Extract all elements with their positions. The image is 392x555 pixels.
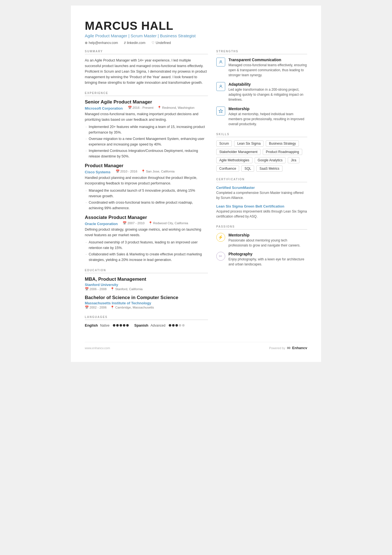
- skill-business: Business Strategy: [266, 140, 299, 147]
- strength-1-name: Transparent Communication: [229, 58, 307, 62]
- skill-lean: Lean Six Sigma: [234, 140, 264, 147]
- edu-1-location: 📍 Stanford, California: [110, 287, 142, 291]
- location-text: Undefined: [156, 41, 171, 45]
- edu-1-degree: MBA, Product Management: [85, 277, 208, 282]
- strength-3-desc: Adept at mentorship, helped individual t…: [229, 112, 307, 127]
- skill-agile: Agile Methodologies: [216, 157, 252, 163]
- strengths-heading: STRENGTHS: [216, 50, 307, 54]
- calendar-icon: 📅: [128, 106, 132, 110]
- mentorship-icon: [216, 107, 225, 115]
- languages-row: English Native Spanish Advanced: [85, 323, 208, 327]
- passion-1-body: Mentorship Passionate about mentoring yo…: [229, 233, 307, 248]
- lang-spanish: Spanish Advanced: [134, 323, 185, 327]
- skills-heading: SKILLS: [216, 133, 307, 137]
- experience-section: EXPERIENCE Senior Agile Product Manager …: [85, 92, 208, 263]
- cert-1: Certified ScrumMaster Completed a compre…: [216, 186, 307, 200]
- linkedin-text: linkedin.com: [127, 41, 145, 45]
- adaptability-icon: [216, 82, 225, 91]
- lang-spanish-name: Spanish: [134, 323, 148, 327]
- languages-heading: LANGUAGES: [85, 315, 208, 320]
- strength-2-body: Adaptability Led agile transformation in…: [229, 82, 307, 102]
- job-2-bullets: Managed the successful launch of 5 innov…: [85, 188, 208, 211]
- link-icon: ∂: [124, 41, 126, 45]
- footer-website: www.enhancv.com: [85, 346, 110, 350]
- resume-page: MARCUS HALL Agile Product Manager | Scru…: [71, 6, 321, 362]
- cert-2-desc: Acquired process improvement skills thro…: [216, 209, 307, 219]
- passion-2: ✂ Photography Enjoy photography, with a …: [216, 252, 307, 267]
- bullet-item: Implemented 20+ features while managing …: [85, 124, 208, 135]
- strength-2: Adaptability Led agile transformation in…: [216, 82, 307, 102]
- dot: [120, 324, 122, 327]
- lang-english-name: English: [85, 323, 98, 327]
- candidate-title: Agile Product Manager | Scrum Master | B…: [85, 33, 307, 38]
- passion-2-name: Photography: [229, 252, 307, 256]
- email-text: help@enhancv.com: [89, 41, 118, 45]
- lang-spanish-level: Advanced: [151, 324, 165, 327]
- svg-marker-2: [219, 109, 222, 113]
- skills-section: SKILLS Scrum Lean Six Sigma Business Str…: [216, 133, 307, 172]
- skill-saas: SaaS Metrics: [256, 166, 282, 172]
- job-1-company: Microsoft Corporation: [85, 106, 123, 110]
- summary-heading: SUMMARY: [85, 50, 208, 54]
- edu-1-dates: 📅 2006 - 2008: [85, 287, 106, 291]
- job-1: Senior Agile Product Manager Microsoft C…: [85, 99, 208, 159]
- cert-1-desc: Completed a comprehensive Scrum Master t…: [216, 190, 307, 200]
- contact-linkedin: ∂ linkedin.com: [124, 41, 145, 45]
- job-3-title: Associate Product Manager: [85, 215, 208, 220]
- candidate-name: MARCUS HALL: [85, 19, 307, 32]
- strengths-section: STRENGTHS Transparent Communication Mana…: [216, 50, 307, 127]
- strength-2-desc: Led agile transformation in a 200-strong…: [229, 87, 307, 102]
- certification-section: CERTIFICATION Certified ScrumMaster Comp…: [216, 178, 307, 219]
- enhancv-logo-icon: ∞: [287, 345, 291, 351]
- job-2-desc: Handled product planning and execution t…: [85, 175, 208, 186]
- skill-jira: Jira: [288, 157, 299, 163]
- calendar-icon: 📅: [85, 305, 89, 309]
- bullet-item: Coordinated with cross-functional teams …: [85, 200, 208, 211]
- header: MARCUS HALL Agile Product Manager | Scru…: [85, 19, 307, 45]
- bullet-item: Managed the successful launch of 5 innov…: [85, 188, 208, 199]
- transparent-communication-icon: [216, 58, 225, 66]
- job-3-meta-row: Oracle Corporation 📅 2007 - 2010 📍 Redwo…: [85, 221, 208, 227]
- certification-heading: CERTIFICATION: [216, 178, 307, 182]
- lang-english-dots: [113, 324, 129, 327]
- footer-brand: Powered by ∞ Enhancv: [269, 345, 307, 351]
- edu-2-location: 📍 Cambridge, Massachusetts: [110, 305, 154, 309]
- summary-section: SUMMARY As an Agile Product Manager with…: [85, 50, 208, 85]
- strength-3-name: Mentorship: [229, 107, 307, 111]
- dot: [175, 324, 178, 327]
- edu-1-school: Stanford University: [85, 283, 208, 287]
- powered-by-text: Powered by: [269, 346, 285, 350]
- strength-3-body: Mentorship Adept at mentorship, helped i…: [229, 107, 307, 127]
- passions-section: PASSIONS ⚡ Mentorship Passionate about m…: [216, 225, 307, 267]
- passion-2-desc: Enjoy photography, with a keen eye for a…: [229, 257, 307, 267]
- job-1-title: Senior Agile Product Manager: [85, 99, 208, 105]
- job-1-meta-row: Microsoft Corporation 📅 2016 - Present 📍…: [85, 105, 208, 111]
- cert-2: Lean Six Sigma Green Belt Certification …: [216, 204, 307, 219]
- bullet-item: Implemented Continuous Integration/Conti…: [85, 148, 208, 159]
- job-1-bullets: Implemented 20+ features while managing …: [85, 124, 208, 159]
- pin-icon: 📍: [110, 287, 114, 291]
- job-3-meta: 📅 2007 - 2010 📍 Redwood City, California: [123, 221, 188, 225]
- skills-tags: Scrum Lean Six Sigma Business Strategy S…: [216, 140, 307, 172]
- education-section: EDUCATION MBA, Product Management Stanfo…: [85, 269, 208, 309]
- dot: [182, 324, 185, 327]
- pin-icon: 📍: [110, 305, 114, 309]
- edu-2-degree: Bachelor of Science in Computer Science: [85, 295, 208, 300]
- job-3-location: 📍 Redwood City, California: [148, 221, 188, 225]
- job-3: Associate Product Manager Oracle Corpora…: [85, 215, 208, 263]
- left-column: SUMMARY As an Agile Product Manager with…: [85, 50, 208, 334]
- page-footer: www.enhancv.com Powered by ∞ Enhancv: [85, 342, 307, 351]
- job-1-desc: Managed cross-functional teams, making i…: [85, 111, 208, 122]
- svg-point-0: [220, 61, 221, 62]
- contact-email: ⊕ help@enhancv.com: [85, 41, 118, 45]
- skill-sql: SQL: [241, 166, 254, 172]
- strength-2-name: Adaptability: [229, 82, 307, 87]
- svg-point-1: [220, 85, 221, 87]
- skill-scrum: Scrum: [216, 140, 232, 147]
- skill-ga: Google Analytics: [255, 157, 286, 163]
- bullet-item: Collaborated with Sales & Marketing to c…: [85, 251, 208, 263]
- edu-1: MBA, Product Management Stanford Univers…: [85, 277, 208, 291]
- skill-stakeholder: Stakeholder Management: [216, 149, 260, 155]
- bullet-item: Assumed ownership of 3 product features,…: [85, 240, 208, 251]
- job-2-dates: 📅 2010 - 2016: [116, 169, 137, 173]
